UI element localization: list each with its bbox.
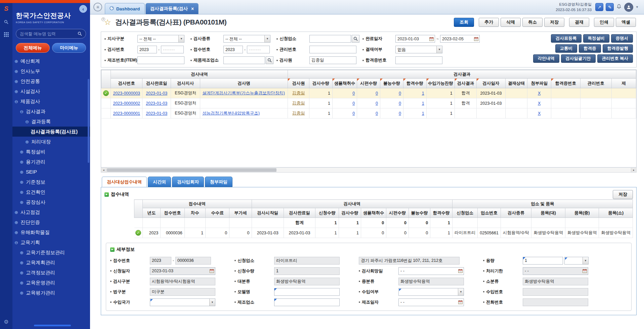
action-button-결재[interactable]: 결재 xyxy=(569,18,589,27)
date-input[interactable]: 2023-02-05 xyxy=(440,35,480,43)
column-header-시편수량[interactable]: 시편수량 xyxy=(357,79,380,88)
column-header-품목(대)[interactable]: 품목(대) xyxy=(531,208,565,218)
column-header-접수번호[interactable]: 접수번호 xyxy=(161,208,184,218)
sidebar-item[interactable]: ⊕교육기준정보관리 xyxy=(12,247,90,257)
collapse-minus-icon[interactable]: ⊖ xyxy=(25,119,29,124)
grid-link[interactable]: 1 xyxy=(422,101,424,106)
grid-link[interactable]: 김종일 xyxy=(292,111,305,115)
tab-첨부파일[interactable]: 첨부파일 xyxy=(205,177,232,187)
external-link-button[interactable]: ↗ xyxy=(595,3,603,11)
table-row[interactable]: 2023-00000022023-01-03ESG경영처김종일100011합격2… xyxy=(101,98,636,108)
calendar-icon[interactable] xyxy=(474,37,478,41)
sidebar-item[interactable]: ⊕인사노무 xyxy=(12,66,90,76)
favorite-add-icon[interactable]: + xyxy=(101,17,105,21)
text-input[interactable] xyxy=(398,278,464,285)
sidebar-item[interactable]: ⊕진단인증 xyxy=(12,217,90,227)
tab-dashboard[interactable]: Dashboard xyxy=(105,3,145,14)
text-input[interactable] xyxy=(274,278,340,285)
select-dropdown[interactable]: ▼ xyxy=(398,288,464,296)
column-header-불능수량[interactable]: 불능수량 xyxy=(409,208,430,218)
grid-link[interactable]: 0 xyxy=(399,111,401,116)
tool-button-검사표등록[interactable]: 검사표등록 xyxy=(551,34,582,43)
action-button-취소[interactable]: 취소 xyxy=(522,18,543,27)
horizontal-scrollbar[interactable]: ◂ ▸ xyxy=(101,168,637,173)
grid-link[interactable]: 0 xyxy=(399,101,401,106)
action-button-저장[interactable]: 저장 xyxy=(544,18,564,27)
column-header-검사명[interactable]: 검사명 xyxy=(200,79,288,88)
chevron-down-icon[interactable]: ▼ xyxy=(583,257,588,264)
expand-plus-icon[interactable]: ⊕ xyxy=(20,290,24,295)
calendar-icon[interactable] xyxy=(458,300,463,304)
text-input[interactable] xyxy=(175,257,211,265)
table-row[interactable]: ✓2023-00000032023-01-03ESG경영처설계단계검사기록부(가… xyxy=(101,88,636,98)
search-icon[interactable] xyxy=(78,32,82,36)
sidebar-item[interactable]: ⊕예산회계 xyxy=(12,56,90,66)
column-header-검사결과[interactable]: 검사결과 xyxy=(455,79,477,88)
calendar-icon[interactable] xyxy=(583,269,587,273)
chevron-down-icon[interactable]: ▼ xyxy=(436,46,442,53)
text-input[interactable] xyxy=(274,257,340,265)
sidebar-item[interactable]: ⊕특정설비 xyxy=(12,147,90,157)
column-header-샘플채취수[interactable]: 샘플채취수 xyxy=(332,79,357,88)
sidebar-collapse-button[interactable]: ‹ xyxy=(79,5,87,13)
expand-plus-icon[interactable]: ⊕ xyxy=(20,149,24,154)
column-header-차수[interactable]: 차수 xyxy=(184,208,205,218)
grid-link[interactable]: 0 xyxy=(376,91,378,96)
text-input[interactable] xyxy=(523,257,563,265)
action-button-추가[interactable]: 추가 xyxy=(479,18,499,27)
chevron-down-icon[interactable]: ▼ xyxy=(458,288,464,295)
grid-link[interactable]: 김종일 xyxy=(292,91,305,95)
column-header-합격수량[interactable]: 합격수량 xyxy=(430,208,453,218)
sidebar-item[interactable]: ⊕교육평가관리 xyxy=(12,288,90,298)
summary-row[interactable]: 합계110001 xyxy=(134,218,633,228)
calendar-icon[interactable] xyxy=(210,269,214,273)
grid-link[interactable]: X xyxy=(538,111,541,116)
text-input[interactable] xyxy=(523,298,588,306)
date-input[interactable]: - - xyxy=(398,267,464,275)
expand-plus-icon[interactable]: ⊕ xyxy=(14,89,18,94)
text-input[interactable] xyxy=(309,56,356,64)
expand-plus-icon[interactable]: ⊕ xyxy=(20,270,24,275)
menu-grid-icon[interactable] xyxy=(4,32,9,37)
sidebar-item[interactable]: ⊕기준정보 xyxy=(12,177,90,187)
action-button-삭제[interactable]: 삭제 xyxy=(501,18,521,27)
expand-plus-icon[interactable]: ⊕ xyxy=(20,280,24,285)
sidebar-vertical-scrollbar[interactable] xyxy=(88,79,89,163)
user-menu-chevron-icon[interactable]: ▼ xyxy=(636,5,639,9)
text-input[interactable] xyxy=(309,46,356,53)
column-header-검사일자[interactable]: 검사일자 xyxy=(477,79,505,88)
column-header-업소번호[interactable]: 업소번호 xyxy=(478,208,501,218)
grid-link[interactable]: 0 xyxy=(352,111,355,116)
all-menu-button[interactable]: 전체메뉴 xyxy=(16,43,50,53)
row-select-cell[interactable]: ✓ xyxy=(134,228,143,238)
column-header-검사시작일[interactable]: 검사시작일 xyxy=(252,208,284,218)
sidebar-horizontal-scrollbar[interactable] xyxy=(34,325,71,326)
text-input[interactable] xyxy=(137,46,157,53)
grid-link[interactable]: 김종일 xyxy=(292,101,305,105)
expand-plus-icon[interactable]: ⊕ xyxy=(20,170,24,175)
menu-search-input[interactable] xyxy=(20,32,78,36)
grid-link[interactable]: 2023-0000001 xyxy=(113,111,140,116)
text-input[interactable] xyxy=(150,278,215,285)
tab-시간외[interactable]: 시간외 xyxy=(148,177,171,187)
tab-active[interactable]: 검사결과등록(검사× xyxy=(145,3,199,14)
collapse-minus-icon[interactable]: ⊖ xyxy=(14,240,18,245)
tool-button-특정설비[interactable]: 특정설비 xyxy=(583,34,609,43)
expand-plus-icon[interactable]: ⊕ xyxy=(20,180,24,185)
text-input[interactable] xyxy=(223,56,265,64)
tool-button-증명서[interactable]: 증명서 xyxy=(611,34,633,43)
expand-plus-icon[interactable]: ⊕ xyxy=(20,159,24,164)
column-header-검사완료일[interactable]: 검사완료일 xyxy=(142,79,171,88)
text-input[interactable] xyxy=(137,56,184,64)
expand-plus-icon[interactable]: ⊕ xyxy=(14,220,18,225)
sidebar-item[interactable]: ⊕SEIP xyxy=(12,167,90,177)
date-input[interactable]: - - xyxy=(398,298,464,306)
grid-link[interactable]: 2023-0000003 xyxy=(113,91,140,96)
scrollbar-thumb[interactable] xyxy=(107,168,276,172)
settings-gear-icon[interactable]: ⚙ xyxy=(4,319,8,325)
date-input[interactable]: 2023-01-03 xyxy=(150,267,215,275)
row-select-cell[interactable]: ✓ xyxy=(101,88,111,98)
sidebar-item[interactable]: ⊕안전공통 xyxy=(12,76,90,86)
sidebar-item[interactable]: 검사결과등록(검사표) xyxy=(12,127,90,137)
text-input[interactable] xyxy=(274,298,340,306)
